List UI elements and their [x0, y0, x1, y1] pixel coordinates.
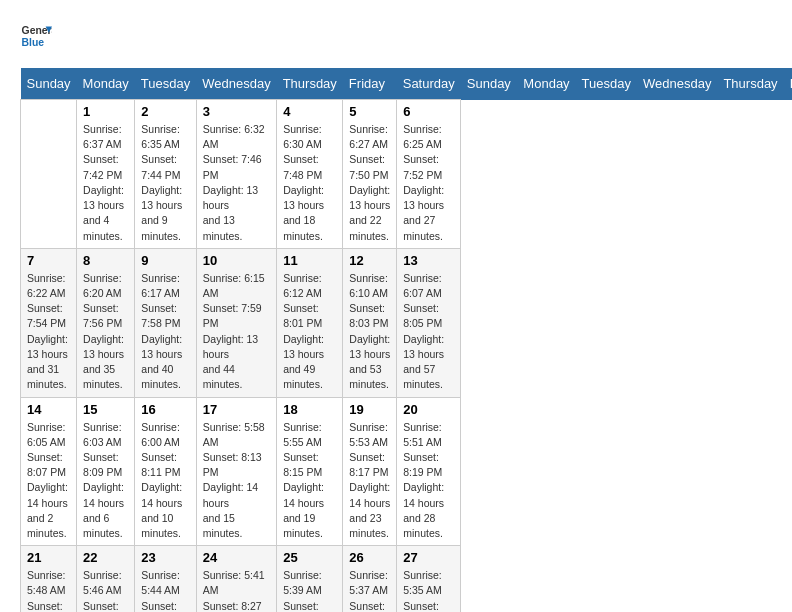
- calendar-cell: 13Sunrise: 6:07 AMSunset: 8:05 PMDayligh…: [397, 248, 461, 397]
- day-number: 27: [403, 550, 454, 565]
- day-info: Sunrise: 6:03 AMSunset: 8:09 PMDaylight:…: [83, 420, 128, 542]
- day-number: 11: [283, 253, 336, 268]
- day-info: Sunrise: 5:41 AMSunset: 8:27 PMDaylight:…: [203, 568, 270, 612]
- logo: General Blue: [20, 20, 52, 52]
- calendar-cell: 25Sunrise: 5:39 AMSunset: 8:29 PMDayligh…: [277, 546, 343, 612]
- day-info: Sunrise: 6:22 AMSunset: 7:54 PMDaylight:…: [27, 271, 70, 393]
- col-header-monday: Monday: [517, 68, 575, 100]
- day-number: 20: [403, 402, 454, 417]
- calendar-cell: 2Sunrise: 6:35 AMSunset: 7:44 PMDaylight…: [135, 100, 196, 249]
- calendar-cell: 21Sunrise: 5:48 AMSunset: 8:21 PMDayligh…: [21, 546, 77, 612]
- day-number: 15: [83, 402, 128, 417]
- day-number: 7: [27, 253, 70, 268]
- day-number: 3: [203, 104, 270, 119]
- calendar-cell: 3Sunrise: 6:32 AMSunset: 7:46 PMDaylight…: [196, 100, 276, 249]
- calendar-cell: 18Sunrise: 5:55 AMSunset: 8:15 PMDayligh…: [277, 397, 343, 546]
- calendar-cell: 8Sunrise: 6:20 AMSunset: 7:56 PMDaylight…: [77, 248, 135, 397]
- day-info: Sunrise: 6:12 AMSunset: 8:01 PMDaylight:…: [283, 271, 336, 393]
- day-number: 26: [349, 550, 390, 565]
- col-header-wednesday: Wednesday: [196, 68, 276, 100]
- calendar-cell: 1Sunrise: 6:37 AMSunset: 7:42 PMDaylight…: [77, 100, 135, 249]
- day-number: 8: [83, 253, 128, 268]
- week-row-3: 14Sunrise: 6:05 AMSunset: 8:07 PMDayligh…: [21, 397, 793, 546]
- col-header-tuesday: Tuesday: [135, 68, 196, 100]
- calendar-cell: 16Sunrise: 6:00 AMSunset: 8:11 PMDayligh…: [135, 397, 196, 546]
- day-info: Sunrise: 5:48 AMSunset: 8:21 PMDaylight:…: [27, 568, 70, 612]
- day-info: Sunrise: 6:07 AMSunset: 8:05 PMDaylight:…: [403, 271, 454, 393]
- day-info: Sunrise: 5:35 AMSunset: 8:32 PMDaylight:…: [403, 568, 454, 612]
- day-info: Sunrise: 6:30 AMSunset: 7:48 PMDaylight:…: [283, 122, 336, 244]
- day-number: 17: [203, 402, 270, 417]
- page-header: General Blue: [20, 20, 772, 52]
- day-number: 4: [283, 104, 336, 119]
- calendar-cell: 19Sunrise: 5:53 AMSunset: 8:17 PMDayligh…: [343, 397, 397, 546]
- day-number: 16: [141, 402, 189, 417]
- day-info: Sunrise: 5:39 AMSunset: 8:29 PMDaylight:…: [283, 568, 336, 612]
- calendar-cell: 22Sunrise: 5:46 AMSunset: 8:23 PMDayligh…: [77, 546, 135, 612]
- calendar-cell: 10Sunrise: 6:15 AMSunset: 7:59 PMDayligh…: [196, 248, 276, 397]
- day-info: Sunrise: 5:53 AMSunset: 8:17 PMDaylight:…: [349, 420, 390, 542]
- calendar-cell: 6Sunrise: 6:25 AMSunset: 7:52 PMDaylight…: [397, 100, 461, 249]
- day-number: 1: [83, 104, 128, 119]
- day-number: 10: [203, 253, 270, 268]
- day-info: Sunrise: 6:20 AMSunset: 7:56 PMDaylight:…: [83, 271, 128, 393]
- day-info: Sunrise: 6:37 AMSunset: 7:42 PMDaylight:…: [83, 122, 128, 244]
- calendar-cell: 14Sunrise: 6:05 AMSunset: 8:07 PMDayligh…: [21, 397, 77, 546]
- col-header-sunday: Sunday: [461, 68, 518, 100]
- day-info: Sunrise: 5:46 AMSunset: 8:23 PMDaylight:…: [83, 568, 128, 612]
- col-header-saturday: Saturday: [397, 68, 461, 100]
- day-number: 13: [403, 253, 454, 268]
- calendar-cell: 23Sunrise: 5:44 AMSunset: 8:25 PMDayligh…: [135, 546, 196, 612]
- day-info: Sunrise: 6:00 AMSunset: 8:11 PMDaylight:…: [141, 420, 189, 542]
- day-info: Sunrise: 6:05 AMSunset: 8:07 PMDaylight:…: [27, 420, 70, 542]
- day-number: 14: [27, 402, 70, 417]
- logo-icon: General Blue: [20, 20, 52, 52]
- calendar-cell: 15Sunrise: 6:03 AMSunset: 8:09 PMDayligh…: [77, 397, 135, 546]
- day-number: 22: [83, 550, 128, 565]
- week-row-4: 21Sunrise: 5:48 AMSunset: 8:21 PMDayligh…: [21, 546, 793, 612]
- day-number: 18: [283, 402, 336, 417]
- col-header-wednesday: Wednesday: [637, 68, 717, 100]
- calendar-cell: 11Sunrise: 6:12 AMSunset: 8:01 PMDayligh…: [277, 248, 343, 397]
- day-info: Sunrise: 5:51 AMSunset: 8:19 PMDaylight:…: [403, 420, 454, 542]
- day-number: 6: [403, 104, 454, 119]
- calendar-cell: 5Sunrise: 6:27 AMSunset: 7:50 PMDaylight…: [343, 100, 397, 249]
- col-header-sunday: Sunday: [21, 68, 77, 100]
- day-number: 24: [203, 550, 270, 565]
- col-header-thursday: Thursday: [277, 68, 343, 100]
- col-header-friday: Friday: [343, 68, 397, 100]
- calendar-cell: 20Sunrise: 5:51 AMSunset: 8:19 PMDayligh…: [397, 397, 461, 546]
- day-info: Sunrise: 5:44 AMSunset: 8:25 PMDaylight:…: [141, 568, 189, 612]
- day-number: 23: [141, 550, 189, 565]
- day-info: Sunrise: 6:27 AMSunset: 7:50 PMDaylight:…: [349, 122, 390, 244]
- calendar-cell: 4Sunrise: 6:30 AMSunset: 7:48 PMDaylight…: [277, 100, 343, 249]
- calendar-cell: 12Sunrise: 6:10 AMSunset: 8:03 PMDayligh…: [343, 248, 397, 397]
- calendar-table: SundayMondayTuesdayWednesdayThursdayFrid…: [20, 68, 792, 612]
- calendar-cell: 24Sunrise: 5:41 AMSunset: 8:27 PMDayligh…: [196, 546, 276, 612]
- week-row-1: 1Sunrise: 6:37 AMSunset: 7:42 PMDaylight…: [21, 100, 793, 249]
- day-number: 9: [141, 253, 189, 268]
- day-info: Sunrise: 6:25 AMSunset: 7:52 PMDaylight:…: [403, 122, 454, 244]
- svg-text:Blue: Blue: [22, 37, 45, 48]
- calendar-cell: 9Sunrise: 6:17 AMSunset: 7:58 PMDaylight…: [135, 248, 196, 397]
- week-row-2: 7Sunrise: 6:22 AMSunset: 7:54 PMDaylight…: [21, 248, 793, 397]
- day-info: Sunrise: 6:35 AMSunset: 7:44 PMDaylight:…: [141, 122, 189, 244]
- col-header-tuesday: Tuesday: [576, 68, 637, 100]
- day-info: Sunrise: 5:55 AMSunset: 8:15 PMDaylight:…: [283, 420, 336, 542]
- day-info: Sunrise: 6:32 AMSunset: 7:46 PMDaylight:…: [203, 122, 270, 244]
- day-info: Sunrise: 5:37 AMSunset: 8:30 PMDaylight:…: [349, 568, 390, 612]
- header-row: SundayMondayTuesdayWednesdayThursdayFrid…: [21, 68, 793, 100]
- day-info: Sunrise: 5:58 AMSunset: 8:13 PMDaylight:…: [203, 420, 270, 542]
- day-number: 2: [141, 104, 189, 119]
- calendar-cell: 27Sunrise: 5:35 AMSunset: 8:32 PMDayligh…: [397, 546, 461, 612]
- calendar-cell: 26Sunrise: 5:37 AMSunset: 8:30 PMDayligh…: [343, 546, 397, 612]
- day-info: Sunrise: 6:17 AMSunset: 7:58 PMDaylight:…: [141, 271, 189, 393]
- calendar-cell: [21, 100, 77, 249]
- col-header-thursday: Thursday: [717, 68, 783, 100]
- calendar-cell: 7Sunrise: 6:22 AMSunset: 7:54 PMDaylight…: [21, 248, 77, 397]
- day-number: 25: [283, 550, 336, 565]
- day-info: Sunrise: 6:10 AMSunset: 8:03 PMDaylight:…: [349, 271, 390, 393]
- day-info: Sunrise: 6:15 AMSunset: 7:59 PMDaylight:…: [203, 271, 270, 393]
- col-header-monday: Monday: [77, 68, 135, 100]
- day-number: 12: [349, 253, 390, 268]
